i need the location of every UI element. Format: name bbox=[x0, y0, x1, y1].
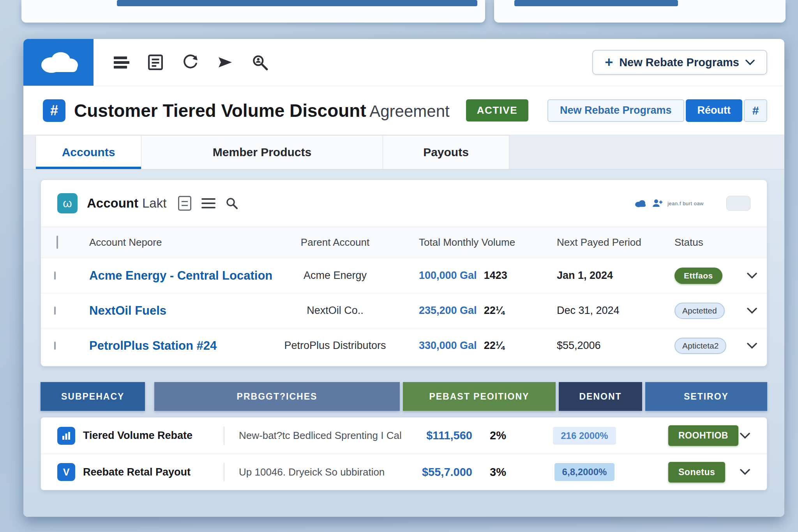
clipped-card-right bbox=[494, 0, 786, 23]
parent-account: Acme Energy bbox=[275, 270, 395, 282]
page-title: Customer Tiered Volume Discount bbox=[74, 100, 366, 121]
row-actions-chevron[interactable] bbox=[736, 308, 767, 314]
volume-extra: 22¼ bbox=[484, 340, 505, 351]
row-actions-chevron[interactable] bbox=[723, 469, 767, 475]
payout-column-pebast-peoitiony[interactable]: PEBAST PEOITIONY bbox=[403, 382, 556, 411]
select-all-checkbox[interactable] bbox=[56, 236, 58, 249]
status-pill: Apticteta2 bbox=[674, 338, 726, 354]
report-button[interactable]: Réoutt bbox=[686, 99, 742, 122]
column-header-parent-account[interactable]: Parent Account bbox=[275, 236, 395, 248]
account-name-link[interactable]: NextOil Fuels bbox=[84, 304, 275, 318]
tab-accounts[interactable]: Accounts bbox=[35, 135, 141, 169]
account-card-title: Account bbox=[87, 196, 138, 211]
next-payed-period: $55,2006 bbox=[532, 340, 653, 352]
account-card-title2: Lakt bbox=[142, 196, 166, 211]
row-actions-chevron[interactable] bbox=[723, 433, 767, 439]
account-row: NextOil Fuels NextOil Co.. 235,200 Gal22… bbox=[41, 293, 767, 328]
volume-value: 100,000 Gal bbox=[419, 270, 477, 281]
main-window: + New Rebate Programs # Customer Tiered … bbox=[23, 39, 784, 517]
row-actions-chevron[interactable] bbox=[736, 273, 767, 279]
menu-icon[interactable] bbox=[114, 56, 129, 69]
volume-value: 330,000 Gal bbox=[419, 340, 477, 351]
payout-amount: $111,560 bbox=[426, 429, 490, 442]
status-pill: Apctetted bbox=[674, 303, 725, 319]
payout-column-setiroy[interactable]: SETIROY bbox=[645, 382, 767, 411]
share-icon[interactable] bbox=[217, 56, 233, 69]
clipped-card-right-bar bbox=[514, 0, 678, 6]
app-header: + New Rebate Programs bbox=[23, 39, 784, 86]
account-card-header: ω Account Lakt jean. bbox=[41, 180, 767, 227]
volume-extra: 22¼ bbox=[484, 305, 505, 316]
next-payed-period: Jan 1, 2024 bbox=[532, 270, 653, 282]
account-list-card: ω Account Lakt jean. bbox=[41, 180, 767, 366]
payout-row: V Reebate Retal Payout Up 10046. Dryeick… bbox=[41, 454, 767, 490]
tab-member-products[interactable]: Member Products bbox=[141, 135, 383, 169]
row-checkbox[interactable] bbox=[54, 271, 56, 280]
payout-column-subpehacy[interactable]: SUBPEHACY bbox=[41, 382, 145, 411]
status-pill: Ettfaos bbox=[674, 268, 722, 284]
payout-percent: 3% bbox=[490, 466, 536, 479]
next-payed-period: Dec 31, 2024 bbox=[532, 305, 653, 317]
content-area: ω Account Lakt jean. bbox=[23, 169, 784, 517]
divider bbox=[224, 463, 224, 481]
account-table-header: Account Nepore Parent Account Total Mont… bbox=[41, 227, 767, 258]
file-icon[interactable] bbox=[178, 196, 191, 211]
column-header-account-name[interactable]: Account Nepore bbox=[84, 236, 275, 248]
list-view-icon[interactable] bbox=[201, 198, 215, 208]
page-subtitle: Agreement bbox=[369, 102, 449, 120]
new-rebate-programs-button[interactable]: New Rebate Programs bbox=[547, 99, 684, 122]
payout-column-denont[interactable]: DENONT bbox=[559, 382, 642, 411]
plus-icon: + bbox=[605, 55, 613, 69]
rebate-type-chart-icon bbox=[57, 427, 75, 445]
parent-account: PetroPlus Distributors bbox=[275, 340, 395, 352]
account-name-link[interactable]: Acme Energy - Central Location bbox=[84, 269, 275, 283]
payout-description: New-bat?tc Bedliced Sprenting I Cal bbox=[229, 430, 412, 442]
column-header-total-monthly-volume[interactable]: Total Monthly Volume bbox=[395, 236, 532, 248]
column-header-status[interactable]: Status bbox=[653, 236, 736, 248]
row-actions-chevron[interactable] bbox=[736, 343, 767, 349]
parent-account: NextOil Co.. bbox=[275, 305, 395, 317]
account-meta-text: jean.f burt oaw bbox=[667, 201, 704, 206]
payout-percent: 2% bbox=[490, 429, 536, 442]
cloud-small-icon[interactable] bbox=[634, 199, 647, 208]
new-rebate-programs-label: New Rebate Programs bbox=[619, 56, 739, 69]
row-checkbox[interactable] bbox=[54, 307, 56, 315]
payout-table-header: SUBPEHACY PRBGGT?ICHES PEBAST PEOITIONY … bbox=[41, 382, 767, 411]
payout-column-prbggtiches[interactable]: PRBGGT?ICHES bbox=[154, 382, 399, 411]
payout-amount: $55,7.000 bbox=[422, 466, 490, 479]
payout-description: Up 10046. Dryeick So ubbiration bbox=[229, 466, 412, 478]
salesforce-logo[interactable] bbox=[23, 39, 94, 86]
account-name-link[interactable]: PetrolPlus Station #24 bbox=[84, 339, 275, 353]
header-action-placeholder[interactable] bbox=[726, 196, 750, 211]
account-header-meta: jean.f burt oaw bbox=[634, 196, 750, 211]
account-header-tools bbox=[178, 196, 238, 211]
volume-extra: 1423 bbox=[484, 270, 507, 281]
tab-bar: Accounts Member Products Payouts bbox=[23, 135, 784, 169]
clipped-card-left bbox=[21, 0, 485, 23]
search-icon[interactable] bbox=[226, 197, 238, 210]
person-plus-icon[interactable] bbox=[652, 198, 663, 208]
record-hash-icon: # bbox=[43, 99, 65, 122]
clipped-card-left-bar bbox=[117, 0, 477, 6]
cloud-logo-icon bbox=[35, 48, 82, 77]
tab-payouts[interactable]: Payouts bbox=[383, 135, 509, 169]
payout-badge: 6,8,2000% bbox=[554, 463, 615, 481]
status-badge: ACTIVE bbox=[466, 99, 528, 122]
header-spacer bbox=[268, 39, 592, 86]
account-row: PetrolPlus Station #24 PetroPlus Distrib… bbox=[41, 328, 767, 363]
payout-name: Tiered Volume Rebate bbox=[83, 430, 219, 442]
payout-action-button[interactable]: Sonetus bbox=[668, 462, 725, 483]
account-row: Acme Energy - Central Location Acme Ener… bbox=[41, 258, 767, 293]
search-user-icon[interactable] bbox=[252, 54, 268, 70]
document-list-icon[interactable] bbox=[148, 55, 163, 70]
column-header-next-payed-period[interactable]: Next Payed Period bbox=[532, 236, 653, 248]
hash-button[interactable]: # bbox=[744, 99, 767, 122]
payout-badge: 216 2000% bbox=[553, 427, 616, 445]
new-rebate-programs-button-top[interactable]: + New Rebate Programs bbox=[592, 50, 767, 75]
payout-rows-card: Tiered Volume Rebate New-bat?tc Bedliced… bbox=[41, 417, 767, 490]
volume-value: 235,200 Gal bbox=[419, 305, 477, 316]
title-bar: # Customer Tiered Volume Discount Agreem… bbox=[23, 86, 784, 135]
row-checkbox[interactable] bbox=[54, 342, 56, 350]
rebate-type-v-icon: V bbox=[57, 463, 75, 481]
refresh-icon[interactable] bbox=[182, 55, 199, 70]
